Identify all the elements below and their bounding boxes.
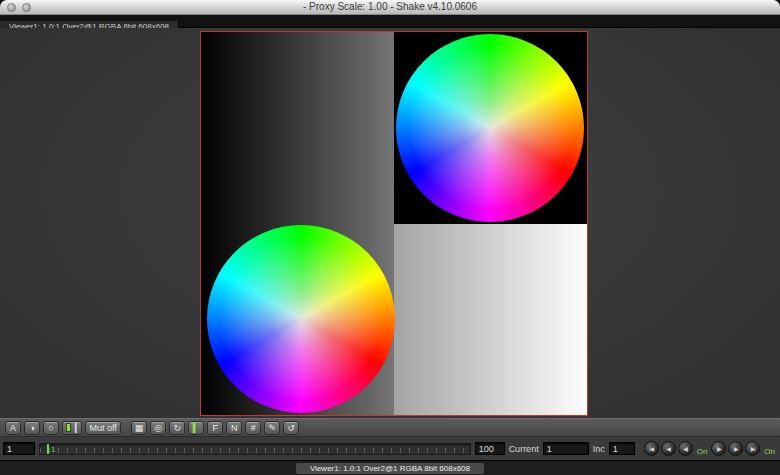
mute-button[interactable]: Mut off: [85, 421, 120, 435]
film-gate-icon[interactable]: #: [245, 421, 261, 435]
compare-mode-icon[interactable]: ┃: [62, 421, 82, 435]
current-label: Current: [509, 444, 539, 454]
current-value-field[interactable]: 1: [543, 442, 589, 455]
end-frame-field[interactable]: 100: [475, 442, 505, 455]
compare-glyph: ┃: [73, 423, 78, 433]
inc-label: Inc: [593, 444, 605, 454]
viewer-toolbar: A ◑ ○ ┃ Mut off ▦ ◎ ↻ ▍ F N # ✎ ↺: [0, 418, 780, 437]
close-window-button[interactable]: [7, 3, 16, 12]
step-backward-button[interactable]: ◀|: [678, 441, 693, 456]
transport-controls: |◀ ◀ ◀| On |▶ ▶ ▶| On: [644, 441, 777, 456]
status-text: Viewer1: 1.0:1 Over2@1 RGBA 8bit 608x608: [296, 463, 484, 474]
normalize-icon[interactable]: N: [226, 421, 242, 435]
titlebar: - Proxy Scale: 1.00 - Shake v4.10.0606: [0, 0, 780, 15]
viewer-tabbar: Viewer1: 1.0:1 Over2@1 RGBA 8bit 608x608: [0, 15, 780, 28]
current-frame-field[interactable]: 1: [3, 442, 35, 455]
timeline-track[interactable]: 1: [39, 443, 471, 455]
paint-icon[interactable]: ✎: [264, 421, 280, 435]
tile-layout-icon[interactable]: ▦: [131, 421, 148, 435]
loop-forward-indicator[interactable]: On: [764, 447, 775, 456]
shake-window: - Proxy Scale: 1.00 - Shake v4.10.0606 V…: [0, 0, 780, 475]
roi-indicator[interactable]: ▍: [188, 421, 204, 435]
broadcast-monitor-icon[interactable]: ◎: [150, 421, 166, 435]
timeline-playhead[interactable]: [47, 444, 49, 454]
composite-image-content: [201, 32, 587, 415]
window-title: - Proxy Scale: 1.00 - Shake v4.10.0606: [0, 0, 780, 14]
channel-rgb-icon[interactable]: ◑: [24, 421, 40, 435]
timeline-row: 1 1 100 Current 1 Inc 1 |◀ ◀ ◀| On |▶ ▶ …: [0, 437, 780, 460]
window-controls: [7, 3, 31, 12]
compare-led: [66, 423, 71, 432]
minimize-window-button[interactable]: [22, 3, 31, 12]
play-backward-button[interactable]: ◀: [661, 441, 676, 456]
step-forward-button[interactable]: |▶: [711, 441, 726, 456]
status-bar: Viewer1: 1.0:1 Over2@1 RGBA 8bit 608x608: [0, 460, 780, 475]
goto-start-button[interactable]: |◀: [644, 441, 659, 456]
inc-value-field[interactable]: 1: [609, 442, 635, 455]
timeline-ticks: [40, 448, 470, 453]
buffer-a-button[interactable]: A: [5, 421, 21, 435]
loop-icon[interactable]: ↺: [283, 421, 299, 435]
color-wheel-top-right: [396, 34, 584, 222]
composite-image[interactable]: [200, 31, 588, 416]
fit-image-icon[interactable]: F: [207, 421, 223, 435]
color-wheel-bottom-left: [207, 225, 395, 413]
loop-backward-indicator[interactable]: On: [697, 447, 708, 456]
viewer-canvas[interactable]: [0, 28, 780, 418]
light-ramp-quadrant: [394, 224, 587, 416]
goto-end-button[interactable]: ▶|: [745, 441, 760, 456]
channel-alpha-icon[interactable]: ○: [43, 421, 59, 435]
play-forward-button[interactable]: ▶: [728, 441, 743, 456]
playhead-frame-label: 1: [51, 444, 55, 455]
update-icon[interactable]: ↻: [169, 421, 185, 435]
